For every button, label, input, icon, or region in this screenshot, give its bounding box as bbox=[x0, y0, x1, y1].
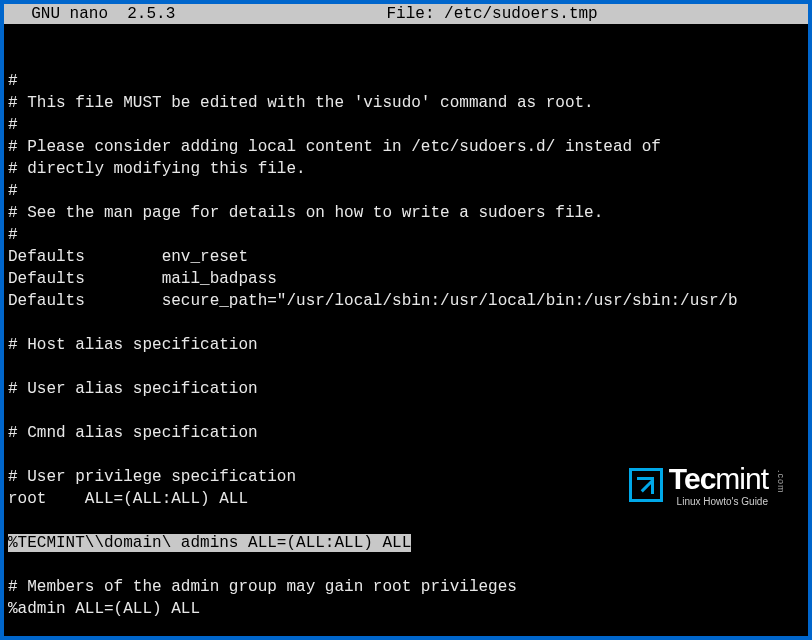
line: # See the man page for details on how to… bbox=[8, 204, 603, 222]
line: # User privilege specification bbox=[8, 468, 296, 486]
line: # directly modifying this file. bbox=[8, 160, 306, 178]
watermark-brand: Tecmint bbox=[669, 464, 768, 494]
watermark-text: Tecmint Linux Howto's Guide bbox=[669, 464, 768, 507]
line: # bbox=[8, 182, 18, 200]
line: # Please consider adding local content i… bbox=[8, 138, 661, 156]
line: # This file MUST be edited with the 'vis… bbox=[8, 94, 594, 112]
brand-bold: Tec bbox=[669, 462, 715, 495]
watermark-tagline: Linux Howto's Guide bbox=[669, 496, 768, 507]
editor-content[interactable]: # # This file MUST be edited with the 'v… bbox=[4, 24, 808, 640]
line: root ALL=(ALL:ALL) ALL bbox=[8, 490, 248, 508]
line: # Host alias specification bbox=[8, 336, 258, 354]
window-border: GNU nano 2.5.3 File: /etc/sudoers.tmp # … bbox=[0, 0, 812, 640]
highlighted-line: %TECMINT\\domain\ admins ALL=(ALL:ALL) A… bbox=[8, 534, 411, 552]
terminal-window: GNU nano 2.5.3 File: /etc/sudoers.tmp # … bbox=[4, 4, 808, 636]
line: Defaults secure_path="/usr/local/sbin:/u… bbox=[8, 292, 738, 310]
header-spacer bbox=[175, 4, 386, 24]
line: Defaults mail_badpass bbox=[8, 270, 277, 288]
line: # bbox=[8, 116, 18, 134]
tecmint-watermark: Tecmint Linux Howto's Guide .com bbox=[629, 464, 786, 507]
line: # Cmnd alias specification bbox=[8, 424, 258, 442]
tecmint-logo-icon bbox=[629, 468, 663, 502]
line: # User alias specification bbox=[8, 380, 258, 398]
line: Defaults env_reset bbox=[8, 248, 248, 266]
line: # bbox=[8, 226, 18, 244]
watermark-dotcom: .com bbox=[776, 470, 786, 494]
file-path: File: /etc/sudoers.tmp bbox=[386, 4, 597, 24]
line: %admin ALL=(ALL) ALL bbox=[8, 600, 200, 618]
app-name: GNU nano 2.5.3 bbox=[12, 4, 175, 24]
line: # bbox=[8, 72, 18, 90]
line: # Members of the admin group may gain ro… bbox=[8, 578, 517, 596]
nano-header: GNU nano 2.5.3 File: /etc/sudoers.tmp bbox=[4, 4, 808, 24]
brand-light: mint bbox=[715, 462, 768, 495]
